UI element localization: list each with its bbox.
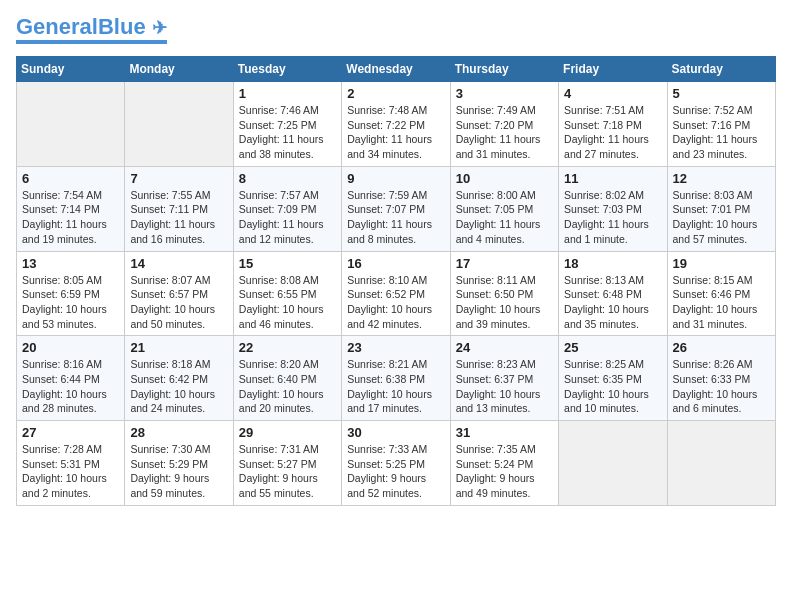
day-number: 11 (564, 171, 661, 186)
weekday-header: Friday (559, 57, 667, 82)
day-number: 13 (22, 256, 119, 271)
day-info: Sunrise: 7:55 AMSunset: 7:11 PMDaylight:… (130, 188, 227, 247)
calendar-cell: 22Sunrise: 8:20 AMSunset: 6:40 PMDayligh… (233, 336, 341, 421)
day-info: Sunrise: 8:10 AMSunset: 6:52 PMDaylight:… (347, 273, 444, 332)
day-info: Sunrise: 8:11 AMSunset: 6:50 PMDaylight:… (456, 273, 553, 332)
calendar-cell: 19Sunrise: 8:15 AMSunset: 6:46 PMDayligh… (667, 251, 775, 336)
day-info: Sunrise: 7:31 AMSunset: 5:27 PMDaylight:… (239, 442, 336, 501)
calendar-week-row: 20Sunrise: 8:16 AMSunset: 6:44 PMDayligh… (17, 336, 776, 421)
calendar-cell: 28Sunrise: 7:30 AMSunset: 5:29 PMDayligh… (125, 421, 233, 506)
day-info: Sunrise: 8:13 AMSunset: 6:48 PMDaylight:… (564, 273, 661, 332)
calendar-cell: 4Sunrise: 7:51 AMSunset: 7:18 PMDaylight… (559, 82, 667, 167)
day-info: Sunrise: 7:51 AMSunset: 7:18 PMDaylight:… (564, 103, 661, 162)
day-number: 23 (347, 340, 444, 355)
logo-general: General (16, 14, 98, 39)
day-info: Sunrise: 7:48 AMSunset: 7:22 PMDaylight:… (347, 103, 444, 162)
day-number: 31 (456, 425, 553, 440)
day-info: Sunrise: 8:15 AMSunset: 6:46 PMDaylight:… (673, 273, 770, 332)
day-info: Sunrise: 8:08 AMSunset: 6:55 PMDaylight:… (239, 273, 336, 332)
day-number: 16 (347, 256, 444, 271)
calendar-cell: 16Sunrise: 8:10 AMSunset: 6:52 PMDayligh… (342, 251, 450, 336)
day-info: Sunrise: 8:16 AMSunset: 6:44 PMDaylight:… (22, 357, 119, 416)
day-info: Sunrise: 8:20 AMSunset: 6:40 PMDaylight:… (239, 357, 336, 416)
weekday-header: Thursday (450, 57, 558, 82)
day-info: Sunrise: 7:35 AMSunset: 5:24 PMDaylight:… (456, 442, 553, 501)
day-number: 12 (673, 171, 770, 186)
day-info: Sunrise: 8:21 AMSunset: 6:38 PMDaylight:… (347, 357, 444, 416)
calendar-week-row: 6Sunrise: 7:54 AMSunset: 7:14 PMDaylight… (17, 166, 776, 251)
logo-bar (16, 40, 167, 44)
calendar-week-row: 27Sunrise: 7:28 AMSunset: 5:31 PMDayligh… (17, 421, 776, 506)
weekday-header-row: SundayMondayTuesdayWednesdayThursdayFrid… (17, 57, 776, 82)
day-info: Sunrise: 7:54 AMSunset: 7:14 PMDaylight:… (22, 188, 119, 247)
logo-blue: Blue (98, 14, 146, 39)
logo: GeneralBlue ✈ (16, 16, 167, 44)
calendar-cell: 1Sunrise: 7:46 AMSunset: 7:25 PMDaylight… (233, 82, 341, 167)
calendar-cell: 17Sunrise: 8:11 AMSunset: 6:50 PMDayligh… (450, 251, 558, 336)
day-info: Sunrise: 7:52 AMSunset: 7:16 PMDaylight:… (673, 103, 770, 162)
calendar-cell: 18Sunrise: 8:13 AMSunset: 6:48 PMDayligh… (559, 251, 667, 336)
day-info: Sunrise: 8:03 AMSunset: 7:01 PMDaylight:… (673, 188, 770, 247)
calendar-cell (559, 421, 667, 506)
day-info: Sunrise: 7:46 AMSunset: 7:25 PMDaylight:… (239, 103, 336, 162)
day-info: Sunrise: 7:28 AMSunset: 5:31 PMDaylight:… (22, 442, 119, 501)
calendar-cell: 8Sunrise: 7:57 AMSunset: 7:09 PMDaylight… (233, 166, 341, 251)
day-info: Sunrise: 7:30 AMSunset: 5:29 PMDaylight:… (130, 442, 227, 501)
calendar-cell: 26Sunrise: 8:26 AMSunset: 6:33 PMDayligh… (667, 336, 775, 421)
calendar-cell (667, 421, 775, 506)
page-header: GeneralBlue ✈ (16, 16, 776, 44)
day-number: 2 (347, 86, 444, 101)
day-info: Sunrise: 7:49 AMSunset: 7:20 PMDaylight:… (456, 103, 553, 162)
calendar-cell: 11Sunrise: 8:02 AMSunset: 7:03 PMDayligh… (559, 166, 667, 251)
day-info: Sunrise: 8:23 AMSunset: 6:37 PMDaylight:… (456, 357, 553, 416)
calendar-table: SundayMondayTuesdayWednesdayThursdayFrid… (16, 56, 776, 506)
calendar-cell: 14Sunrise: 8:07 AMSunset: 6:57 PMDayligh… (125, 251, 233, 336)
day-number: 21 (130, 340, 227, 355)
day-number: 27 (22, 425, 119, 440)
day-number: 30 (347, 425, 444, 440)
calendar-cell: 6Sunrise: 7:54 AMSunset: 7:14 PMDaylight… (17, 166, 125, 251)
calendar-cell: 3Sunrise: 7:49 AMSunset: 7:20 PMDaylight… (450, 82, 558, 167)
day-number: 7 (130, 171, 227, 186)
day-number: 3 (456, 86, 553, 101)
day-number: 10 (456, 171, 553, 186)
calendar-cell: 31Sunrise: 7:35 AMSunset: 5:24 PMDayligh… (450, 421, 558, 506)
day-info: Sunrise: 8:00 AMSunset: 7:05 PMDaylight:… (456, 188, 553, 247)
calendar-cell: 24Sunrise: 8:23 AMSunset: 6:37 PMDayligh… (450, 336, 558, 421)
day-info: Sunrise: 7:57 AMSunset: 7:09 PMDaylight:… (239, 188, 336, 247)
weekday-header: Sunday (17, 57, 125, 82)
day-number: 8 (239, 171, 336, 186)
calendar-cell: 10Sunrise: 8:00 AMSunset: 7:05 PMDayligh… (450, 166, 558, 251)
day-info: Sunrise: 8:25 AMSunset: 6:35 PMDaylight:… (564, 357, 661, 416)
day-number: 20 (22, 340, 119, 355)
day-info: Sunrise: 7:59 AMSunset: 7:07 PMDaylight:… (347, 188, 444, 247)
calendar-cell: 12Sunrise: 8:03 AMSunset: 7:01 PMDayligh… (667, 166, 775, 251)
day-number: 14 (130, 256, 227, 271)
calendar-cell: 5Sunrise: 7:52 AMSunset: 7:16 PMDaylight… (667, 82, 775, 167)
calendar-week-row: 1Sunrise: 7:46 AMSunset: 7:25 PMDaylight… (17, 82, 776, 167)
weekday-header: Wednesday (342, 57, 450, 82)
logo-text: GeneralBlue ✈ (16, 16, 167, 38)
weekday-header: Monday (125, 57, 233, 82)
day-info: Sunrise: 8:18 AMSunset: 6:42 PMDaylight:… (130, 357, 227, 416)
day-number: 9 (347, 171, 444, 186)
day-number: 19 (673, 256, 770, 271)
day-info: Sunrise: 8:07 AMSunset: 6:57 PMDaylight:… (130, 273, 227, 332)
weekday-header: Saturday (667, 57, 775, 82)
calendar-cell: 15Sunrise: 8:08 AMSunset: 6:55 PMDayligh… (233, 251, 341, 336)
day-number: 29 (239, 425, 336, 440)
calendar-cell: 9Sunrise: 7:59 AMSunset: 7:07 PMDaylight… (342, 166, 450, 251)
day-number: 26 (673, 340, 770, 355)
calendar-cell (17, 82, 125, 167)
calendar-cell: 23Sunrise: 8:21 AMSunset: 6:38 PMDayligh… (342, 336, 450, 421)
calendar-week-row: 13Sunrise: 8:05 AMSunset: 6:59 PMDayligh… (17, 251, 776, 336)
day-number: 24 (456, 340, 553, 355)
weekday-header: Tuesday (233, 57, 341, 82)
calendar-cell: 27Sunrise: 7:28 AMSunset: 5:31 PMDayligh… (17, 421, 125, 506)
day-number: 4 (564, 86, 661, 101)
calendar-cell: 20Sunrise: 8:16 AMSunset: 6:44 PMDayligh… (17, 336, 125, 421)
day-info: Sunrise: 8:05 AMSunset: 6:59 PMDaylight:… (22, 273, 119, 332)
calendar-cell: 30Sunrise: 7:33 AMSunset: 5:25 PMDayligh… (342, 421, 450, 506)
day-number: 6 (22, 171, 119, 186)
day-number: 28 (130, 425, 227, 440)
